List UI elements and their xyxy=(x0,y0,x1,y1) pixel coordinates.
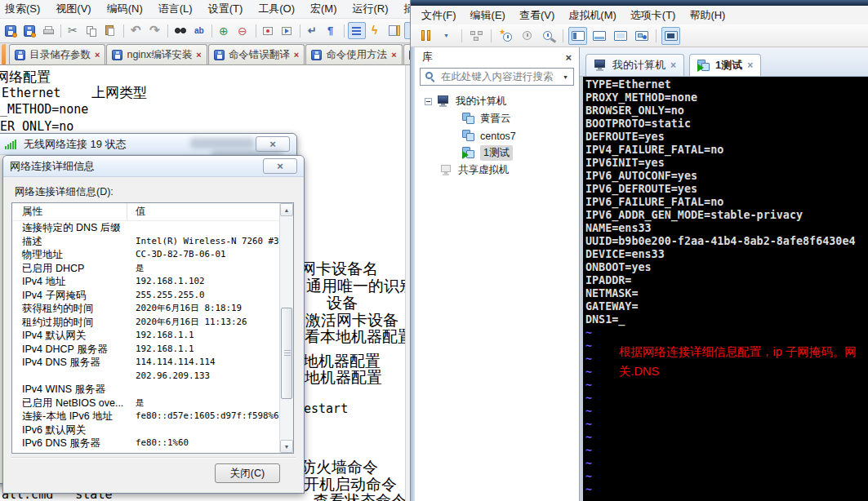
tab-close-icon[interactable]: × xyxy=(294,51,299,60)
snapshot-manager-icon-button[interactable] xyxy=(539,27,558,45)
find-icon-button[interactable] xyxy=(171,22,189,39)
details-row[interactable]: IPv4 地址192.168.1.102 xyxy=(12,275,279,289)
console-tab-我的计算机[interactable]: 我的计算机× xyxy=(585,54,684,76)
menu-item-编码(N)[interactable]: 编码(N) xyxy=(107,2,143,16)
file-tab-nginx编译安装[interactable]: nginx编译安装× xyxy=(106,44,207,64)
tab-close-icon[interactable]: × xyxy=(391,51,396,60)
details-row[interactable]: 租约过期的时间2020年6月16日 11:13:26 xyxy=(12,316,279,330)
tree-item-1测试[interactable]: 1测试 xyxy=(415,144,579,162)
document-map-icon-button[interactable] xyxy=(385,22,403,39)
menu-item-视图(V)[interactable]: 视图(V) xyxy=(56,2,91,16)
details-row[interactable]: IPv4 子网掩码255.255.255.0 xyxy=(12,289,279,303)
editor-text-fragment: 查看本地机器配置 xyxy=(289,326,405,348)
details-value: Intel(R) Wireless-N 7260 #3 xyxy=(127,235,279,249)
menu-item-运行(R)[interactable]: 运行(R) xyxy=(353,2,389,16)
details-row[interactable]: IPv4 DNS 服务器114.114.114.114 xyxy=(12,356,279,370)
details-scrollbar[interactable]: ▲ ▼ xyxy=(279,203,293,453)
file-tab-命令使用方法[interactable]: 命令使用方法× xyxy=(305,44,402,64)
console-view-icon-button[interactable] xyxy=(661,27,680,45)
menu-item-虚拟机(M)[interactable]: 虚拟机(M) xyxy=(568,8,617,23)
close-icon[interactable]: × xyxy=(263,158,297,174)
show-library-icon-button[interactable] xyxy=(568,27,587,45)
redo-icon-button[interactable] xyxy=(146,22,164,39)
details-row[interactable]: 已启用 NetBIOS ove...是 xyxy=(12,397,279,410)
show-symbols-icon-button[interactable] xyxy=(323,22,341,39)
column-value[interactable]: 值 xyxy=(127,203,279,220)
menu-item-搜索(S)[interactable]: 搜索(S) xyxy=(5,2,40,16)
network-adapter-icon-button[interactable] xyxy=(467,27,486,45)
dropdown-caret-icon-button[interactable] xyxy=(438,27,456,45)
cut-icon-button[interactable] xyxy=(65,22,82,39)
pause-icon-button[interactable] xyxy=(416,27,435,45)
vm-console-screen[interactable]: TYPE=EthernetPROXY_METHOD=noneBROWSER_ON… xyxy=(580,77,868,501)
save-icon-button[interactable] xyxy=(2,22,20,39)
tab-close-icon[interactable]: × xyxy=(95,51,100,60)
console-scrollbar[interactable] xyxy=(580,77,583,501)
file-tab-常用[interactable]: 常用× xyxy=(403,44,410,64)
shortcut-mapper-icon-button[interactable] xyxy=(367,22,385,39)
menu-item-文件(F)[interactable]: 文件(F) xyxy=(421,8,456,23)
menu-item-编辑(E)[interactable]: 编辑(E) xyxy=(470,8,505,23)
menu-item-工具(O)[interactable]: 工具(O) xyxy=(258,2,295,16)
zoom-in-icon-button[interactable] xyxy=(216,22,234,39)
details-row[interactable]: 已启用 DHCP是 xyxy=(12,262,279,276)
console-tab-1测试[interactable]: 1测试× xyxy=(689,54,761,76)
replace-icon-button[interactable] xyxy=(190,22,208,39)
thumbnail-bar-icon-button[interactable] xyxy=(590,27,608,45)
playback-macro-icon-button[interactable] xyxy=(278,22,296,39)
chevron-down-icon[interactable]: ▼ xyxy=(563,74,568,80)
scroll-up-icon[interactable]: ▲ xyxy=(280,203,293,216)
file-tab-命令错误翻译[interactable]: 命令错误翻译× xyxy=(208,44,305,64)
menu-item-语言(L)[interactable]: 语言(L) xyxy=(158,2,193,16)
indent-guide-icon-button[interactable] xyxy=(348,22,366,39)
zoom-out-icon-button[interactable] xyxy=(234,22,252,39)
file-tab-目录储存参数[interactable]: 目录储存参数× xyxy=(9,44,105,64)
tab-close-icon[interactable]: × xyxy=(196,51,201,60)
details-row[interactable]: 描述Intel(R) Wireless-N 7260 #3 xyxy=(12,235,279,249)
details-property: IPv4 DNS 服务器 xyxy=(12,356,127,370)
expander-icon[interactable] xyxy=(425,98,432,105)
editor-scrollbar[interactable] xyxy=(405,65,410,501)
menu-item-插件(P)[interactable]: 插件(P) xyxy=(404,2,410,16)
tree-item-共享虚拟机[interactable]: 共享虚拟机 xyxy=(415,162,579,179)
details-row[interactable]: IPv4 默认网关192.168.1.1 xyxy=(12,329,279,343)
menu-item-宏(M)[interactable]: 宏(M) xyxy=(310,2,337,16)
details-row[interactable]: 连接特定的 DNS 后缀 xyxy=(12,221,279,235)
tree-item-黄晋云[interactable]: 黄晋云 xyxy=(415,110,579,127)
menu-item-设置(T)[interactable]: 设置(T) xyxy=(208,2,243,16)
search-input[interactable]: 在此处键入内容进行搜索 ▼ xyxy=(420,68,574,86)
details-row[interactable]: 连接-本地 IPv6 地址fe80::d57e:1605:d97f:f598%6… xyxy=(12,410,279,423)
save-all-icon-button[interactable] xyxy=(20,22,38,39)
close-icon[interactable]: × xyxy=(565,52,572,63)
details-row[interactable]: 获得租约的时间2020年6月16日 8:18:19 xyxy=(12,302,279,316)
fullscreen-icon-button[interactable] xyxy=(611,27,630,45)
scrollbar-thumb[interactable] xyxy=(281,308,292,399)
scroll-down-icon[interactable]: ▼ xyxy=(280,440,293,453)
details-row[interactable]: IPv6 DNS 服务器fe80::1%60 xyxy=(12,437,279,450)
details-row[interactable]: IPv4 WINS 服务器 xyxy=(12,383,279,397)
details-row[interactable]: 202.96.209.133 xyxy=(12,370,279,384)
copy-icon-button[interactable] xyxy=(83,22,101,39)
menu-item-帮助(H)[interactable]: 帮助(H) xyxy=(689,8,725,23)
tab-close-icon[interactable]: × xyxy=(747,60,753,70)
unity-view-icon-button[interactable] xyxy=(632,27,651,45)
details-row[interactable]: IPv6 默认网关 xyxy=(12,423,279,437)
close-button[interactable]: 关闭(C) xyxy=(215,463,280,483)
clipped-tab-edge[interactable] xyxy=(2,44,6,64)
tab-close-icon[interactable]: × xyxy=(670,60,676,70)
tree-item-centos7[interactable]: centos7 xyxy=(415,127,579,144)
undo-icon-button[interactable] xyxy=(127,22,145,39)
revert-snapshot-icon-button[interactable] xyxy=(518,27,536,45)
tree-item-我的计算机[interactable]: 我的计算机 xyxy=(415,93,579,110)
print-icon-button[interactable] xyxy=(39,22,57,39)
column-property[interactable]: 属性 xyxy=(12,205,127,219)
menu-item-选项卡(T)[interactable]: 选项卡(T) xyxy=(630,8,676,23)
menu-item-查看(V)[interactable]: 查看(V) xyxy=(519,8,554,23)
word-wrap-icon-button[interactable] xyxy=(304,22,322,39)
details-row[interactable]: 物理地址CC-3D-82-7B-06-01 xyxy=(12,248,279,262)
record-macro-icon-button[interactable] xyxy=(260,22,278,39)
function-list-icon-button[interactable] xyxy=(404,22,410,39)
take-snapshot-icon-button[interactable] xyxy=(496,27,515,45)
details-row[interactable]: IPv4 DHCP 服务器192.168.1.1 xyxy=(12,343,279,357)
paste-icon-button[interactable] xyxy=(102,22,120,39)
